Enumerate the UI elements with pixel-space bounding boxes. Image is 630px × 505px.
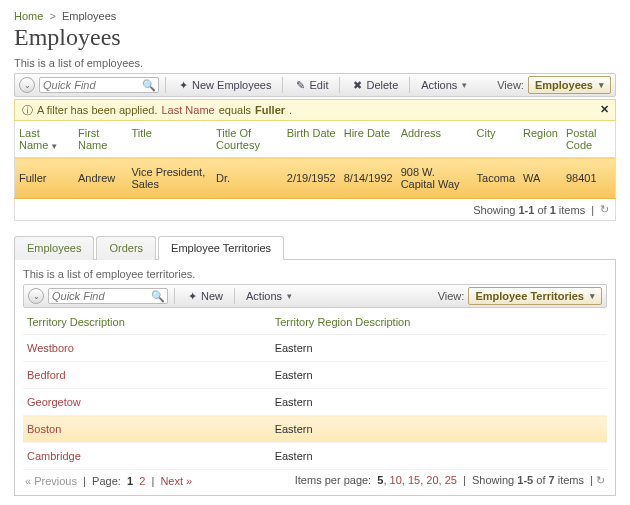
sub-new-label: New: [201, 290, 223, 302]
edit-button-label: Edit: [309, 79, 328, 91]
sub-view-label: View:: [438, 290, 465, 302]
column-header[interactable]: Territory Description: [23, 310, 271, 335]
breadcrumb-current: Employees: [62, 10, 116, 22]
sub-actions-menu[interactable]: Actions: [241, 288, 297, 304]
page-title: Employees: [14, 24, 616, 51]
edit-button[interactable]: ✎ Edit: [289, 77, 333, 93]
territories-pager: « Previous | Page: 1 2 | Next » Items pe…: [23, 470, 607, 487]
actions-label: Actions: [421, 79, 457, 91]
ipp-link[interactable]: 25: [445, 474, 457, 486]
filter-field: Last Name: [161, 104, 214, 116]
detail-tabs: Employees Orders Employee Territories: [14, 235, 616, 260]
search-icon[interactable]: 🔍: [152, 290, 164, 302]
sub-view-select[interactable]: Employee Territories: [468, 287, 602, 305]
expand-icon[interactable]: ⌄: [28, 288, 44, 304]
filter-notice: ⓘ A filter has been applied. Last Name e…: [14, 99, 616, 121]
column-header[interactable]: Region: [519, 121, 562, 158]
tab-employee-territories[interactable]: Employee Territories: [158, 236, 284, 260]
territory-link[interactable]: Bedford: [23, 362, 271, 389]
territory-link[interactable]: Georgetow: [23, 389, 271, 416]
filter-prefix: A filter has been applied.: [37, 104, 157, 116]
refresh-icon[interactable]: [600, 203, 609, 216]
column-header[interactable]: Hire Date: [340, 121, 397, 158]
territory-link[interactable]: Cambridge: [23, 443, 271, 470]
actions-menu[interactable]: Actions: [416, 77, 472, 93]
info-icon: ⓘ: [21, 104, 33, 116]
ipp-link[interactable]: 20: [426, 474, 438, 486]
pager-prev: « Previous: [25, 475, 77, 487]
column-header[interactable]: Title Of Courtesy: [212, 121, 283, 158]
column-header[interactable]: Title: [127, 121, 212, 158]
column-header[interactable]: First Name: [74, 121, 127, 158]
column-header[interactable]: Last Name▼: [15, 121, 75, 158]
sub-actions-label: Actions: [246, 290, 282, 302]
sub-new-button[interactable]: ✦ New: [181, 288, 228, 304]
page-link: 1: [127, 475, 133, 487]
employees-grid: Last Name▼First NameTitleTitle Of Courte…: [14, 121, 616, 199]
employees-pager: Showing 1-1 of 1 items |: [14, 199, 616, 221]
page-link[interactable]: 2: [139, 475, 145, 487]
new-button-label: New Employees: [192, 79, 271, 91]
breadcrumb: Home > Employees: [14, 10, 616, 22]
sub-quick-find[interactable]: 🔍: [48, 288, 168, 304]
territories-panel: This is a list of employee territories. …: [14, 260, 616, 496]
new-button[interactable]: ✦ New Employees: [172, 77, 276, 93]
table-row[interactable]: GeorgetowEastern: [23, 389, 607, 416]
sub-toolbar: ⌄ 🔍 ✦ New Actions View: Employee Territo…: [23, 284, 607, 308]
tab-employees[interactable]: Employees: [14, 236, 94, 260]
territory-link[interactable]: Boston: [23, 416, 271, 443]
quick-find[interactable]: 🔍: [39, 77, 159, 93]
expand-icon[interactable]: ⌄: [19, 77, 35, 93]
filter-icon: ▼: [50, 142, 58, 151]
table-row[interactable]: WestboroEastern: [23, 335, 607, 362]
new-icon: ✦: [177, 79, 189, 91]
page-description: This is a list of employees.: [14, 57, 616, 69]
breadcrumb-home[interactable]: Home: [14, 10, 43, 22]
territories-grid: Territory DescriptionTerritory Region De…: [23, 310, 607, 470]
pager-next[interactable]: Next »: [160, 475, 192, 487]
filter-value: Fuller: [255, 104, 285, 116]
sub-view-value: Employee Territories: [475, 290, 584, 302]
ipp-link[interactable]: 10: [390, 474, 402, 486]
search-icon[interactable]: 🔍: [143, 79, 155, 91]
main-toolbar: ⌄ 🔍 ✦ New Employees ✎ Edit ✖ Delete Acti…: [14, 73, 616, 97]
column-header[interactable]: Territory Region Description: [271, 310, 607, 335]
edit-icon: ✎: [294, 79, 306, 91]
table-row[interactable]: CambridgeEastern: [23, 443, 607, 470]
delete-button-label: Delete: [366, 79, 398, 91]
ipp-link[interactable]: 15: [408, 474, 420, 486]
column-header[interactable]: Postal Code: [562, 121, 616, 158]
new-icon: ✦: [186, 290, 198, 302]
quick-find-input[interactable]: [43, 79, 133, 91]
tab-orders[interactable]: Orders: [96, 236, 156, 260]
column-header[interactable]: Address: [397, 121, 473, 158]
column-header[interactable]: Birth Date: [283, 121, 340, 158]
table-row[interactable]: FullerAndrewVice President, SalesDr.2/19…: [15, 158, 616, 199]
refresh-icon[interactable]: [596, 474, 605, 486]
territory-link[interactable]: Westboro: [23, 335, 271, 362]
delete-button[interactable]: ✖ Delete: [346, 77, 403, 93]
close-icon[interactable]: ✕: [600, 103, 609, 116]
column-header[interactable]: City: [473, 121, 520, 158]
view-select[interactable]: Employees: [528, 76, 611, 94]
filter-op: equals: [219, 104, 251, 116]
table-row[interactable]: BedfordEastern: [23, 362, 607, 389]
delete-icon: ✖: [351, 79, 363, 91]
ipp-link: 5: [377, 474, 383, 486]
sub-quick-find-input[interactable]: [52, 290, 142, 302]
view-value: Employees: [535, 79, 593, 91]
view-label: View:: [497, 79, 524, 91]
table-row[interactable]: BostonEastern: [23, 416, 607, 443]
sub-description: This is a list of employee territories.: [23, 268, 607, 280]
